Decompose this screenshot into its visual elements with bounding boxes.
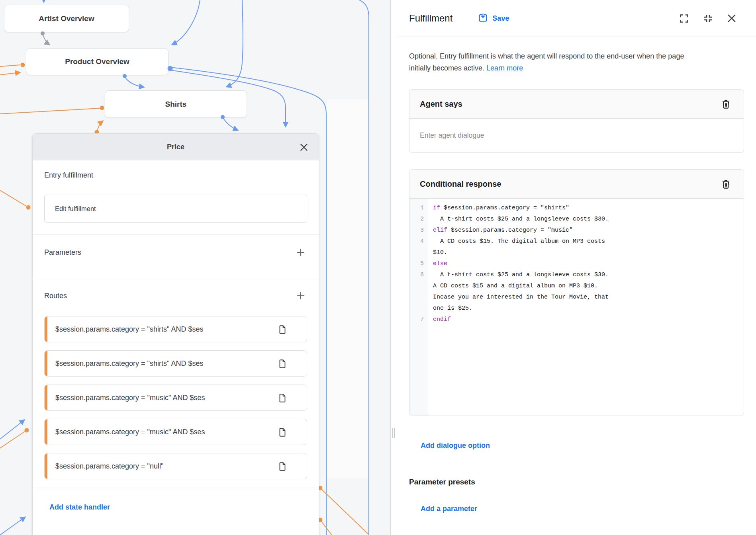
line-number: 5 xyxy=(409,258,428,269)
line-number: 4 xyxy=(409,236,428,247)
save-icon xyxy=(478,13,488,24)
line-number: 3 xyxy=(409,225,428,236)
code-text: A t-shirt costs $25 and a longsleeve cos… xyxy=(433,271,612,312)
fulfillment-panel-header: Fulfillment Save xyxy=(397,0,756,37)
line-number: 2 xyxy=(409,214,428,225)
add-state-handler-button[interactable]: Add state handler xyxy=(49,503,110,512)
panel-title: Fulfillment xyxy=(409,13,452,24)
price-page-panel: Price Entry fulfillment Edit fulfillment… xyxy=(32,133,319,535)
learn-more-link[interactable]: Learn more xyxy=(486,64,523,72)
agent-says-title: Agent says xyxy=(420,100,462,109)
code-text: A t-shirt costs $25 and a longsleeve cos… xyxy=(433,216,609,223)
close-icon[interactable] xyxy=(725,12,738,25)
route-condition: $session.params.category = "null" xyxy=(55,462,163,471)
route-item[interactable]: $session.params.category = "music" AND $… xyxy=(44,385,307,411)
description-text: Optional. Entry fulfillment is what the … xyxy=(409,52,684,72)
code-line: 2 A t-shirt costs $25 and a longsleeve c… xyxy=(409,214,744,225)
route-item[interactable]: $session.params.category = "null" xyxy=(44,453,307,479)
delete-icon[interactable] xyxy=(719,97,732,111)
code-text: A CD costs $15. The digital album on MP3… xyxy=(433,238,609,256)
route-condition: $session.params.category = "music" AND $… xyxy=(55,394,205,402)
add-parameter-icon[interactable] xyxy=(294,246,307,259)
flow-canvas[interactable]: Artist Overview Product Overview Shirts xyxy=(0,0,390,535)
divider xyxy=(34,488,317,488)
route-page-icon[interactable] xyxy=(277,393,288,405)
add-dialogue-option-button[interactable]: Add dialogue option xyxy=(421,441,490,450)
agent-says-card: Agent says Enter agent dialogue xyxy=(409,89,744,153)
node-label: Shirts xyxy=(165,100,187,109)
routes-section-row: Routes xyxy=(44,288,307,304)
panel-resize-handle[interactable] xyxy=(390,0,397,535)
save-label: Save xyxy=(492,14,509,23)
parameter-presets-label: Parameter presets xyxy=(409,478,744,486)
route-condition: $session.params.category = "shirts" AND … xyxy=(55,359,203,368)
code-keyword: else xyxy=(433,260,447,267)
entry-fulfillment-label: Entry fulfillment xyxy=(44,171,307,180)
code-text: $session.params.category = "music" xyxy=(447,227,573,234)
code-line: 5 else xyxy=(409,258,744,269)
flow-node-shirts[interactable]: Shirts xyxy=(105,90,247,118)
conditional-response-header: Conditional response xyxy=(409,170,744,199)
route-page-icon[interactable] xyxy=(277,324,288,336)
code-line: 4 A CD costs $15. The digital album on M… xyxy=(409,236,744,258)
code-line: 1 if $session.params.category = "shirts" xyxy=(409,203,744,214)
divider xyxy=(33,234,319,235)
code-text: $session.params.category = "shirts" xyxy=(440,205,569,211)
conditional-response-title: Conditional response xyxy=(420,180,501,189)
parameters-label: Parameters xyxy=(44,248,81,257)
fulfillment-panel: Fulfillment Save O xyxy=(397,0,756,535)
agent-dialogue-input[interactable]: Enter agent dialogue xyxy=(409,119,744,152)
agent-dialogue-placeholder: Enter agent dialogue xyxy=(420,131,484,140)
route-list: $session.params.category = "shirts" AND … xyxy=(44,316,307,479)
save-button[interactable]: Save xyxy=(478,13,509,24)
parameters-section-row: Parameters xyxy=(44,244,307,260)
agent-says-header: Agent says xyxy=(409,90,744,119)
price-panel-title: Price xyxy=(167,143,184,151)
route-page-icon[interactable] xyxy=(277,427,288,439)
route-condition: $session.params.category = "music" AND $… xyxy=(55,428,205,436)
flow-node-artist-overview[interactable]: Artist Overview xyxy=(4,5,129,32)
collapse-fullscreen-icon[interactable] xyxy=(701,12,715,25)
delete-icon[interactable] xyxy=(719,177,732,191)
fulfillment-panel-body: Optional. Entry fulfillment is what the … xyxy=(397,50,756,513)
fulfillment-description: Optional. Entry fulfillment is what the … xyxy=(409,50,688,74)
edit-fulfillment-button[interactable]: Edit fulfillment xyxy=(44,195,307,223)
route-page-icon[interactable] xyxy=(277,461,288,473)
dialogflow-flow-editor: Artist Overview Product Overview Shirts xyxy=(0,0,756,535)
route-condition: $session.params.category = "shirts" AND … xyxy=(55,325,203,334)
price-panel-header: Price xyxy=(33,134,319,160)
expand-fullscreen-icon[interactable] xyxy=(677,12,691,25)
line-number: 1 xyxy=(409,203,428,214)
code-line: 3 elif $session.params.category = "music… xyxy=(409,225,744,236)
route-page-icon[interactable] xyxy=(277,359,288,371)
flow-node-product-overview[interactable]: Product Overview xyxy=(26,48,168,75)
code-keyword: endif xyxy=(433,316,451,323)
route-item[interactable]: $session.params.category = "music" AND $… xyxy=(44,419,307,445)
code-keyword: if xyxy=(433,205,440,211)
add-a-parameter-button[interactable]: Add a parameter xyxy=(421,505,477,513)
code-line: 7 endif xyxy=(409,314,744,325)
conditional-response-card: Conditional response 1 xyxy=(409,169,744,416)
line-number: 7 xyxy=(409,314,428,325)
route-item[interactable]: $session.params.category = "shirts" AND … xyxy=(44,316,307,342)
code-lines: 1 if $session.params.category = "shirts"… xyxy=(409,199,744,325)
add-route-icon[interactable] xyxy=(294,289,307,302)
route-item[interactable]: $session.params.category = "shirts" AND … xyxy=(44,350,307,377)
node-label: Product Overview xyxy=(65,57,129,66)
code-keyword: elif xyxy=(433,227,447,234)
edit-fulfillment-label: Edit fulfillment xyxy=(55,205,96,213)
divider xyxy=(33,278,319,278)
canvas-highlight-band xyxy=(327,100,368,478)
routes-label: Routes xyxy=(44,292,67,300)
node-label: Artist Overview xyxy=(39,14,94,23)
close-icon[interactable] xyxy=(298,141,310,153)
code-line: 6 A t-shirt costs $25 and a longsleeve c… xyxy=(409,269,744,314)
conditional-code-editor[interactable]: 1 if $session.params.category = "shirts"… xyxy=(409,199,744,416)
line-number: 6 xyxy=(409,269,428,281)
